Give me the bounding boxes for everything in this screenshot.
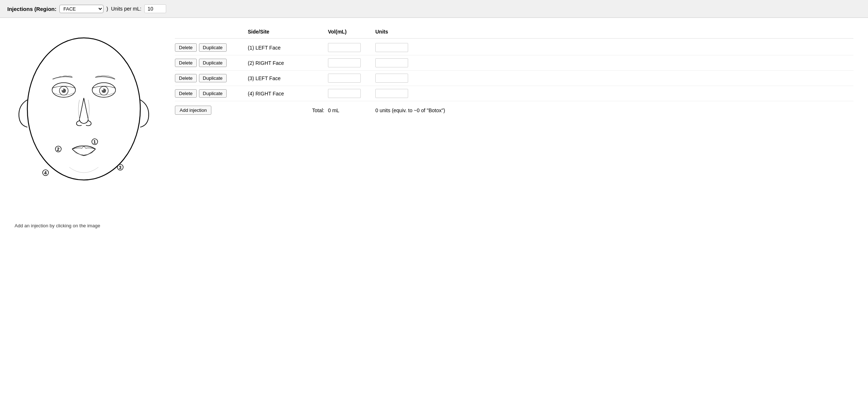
delete-button-2[interactable]: Delete (175, 59, 197, 67)
add-injection-button[interactable]: Add injection (175, 106, 211, 115)
vol-input-1[interactable] (328, 43, 361, 52)
face-svg[interactable]: 1 2 3 4 (15, 29, 153, 218)
table-row: Delete Duplicate (3) LEFT Face (175, 71, 853, 86)
units-input-1[interactable] (375, 43, 408, 52)
region-select[interactable]: FACE NECK FOREHEAD OTHER (59, 5, 103, 13)
add-injection-cell: Add injection (175, 106, 248, 115)
vol-input-4[interactable] (328, 89, 361, 98)
duplicate-button-4[interactable]: Duplicate (199, 89, 227, 98)
row-3-actions: Delete Duplicate (175, 74, 248, 82)
site-label-4: (4) RIGHT Face (248, 91, 328, 97)
total-units: 0 units (equiv. to ~0 of "Botox") (375, 107, 853, 113)
svg-text:3: 3 (119, 165, 121, 170)
vol-input-3[interactable] (328, 74, 361, 83)
table-row: Delete Duplicate (2) RIGHT Face (175, 55, 853, 71)
row-2-actions: Delete Duplicate (175, 59, 248, 67)
units-per-ml-input[interactable] (144, 4, 166, 13)
units-cell-4 (375, 89, 423, 98)
svg-text:1: 1 (93, 139, 96, 145)
svg-point-4 (62, 89, 63, 90)
duplicate-button-2[interactable]: Duplicate (199, 59, 227, 67)
col-units: Units (375, 29, 423, 35)
delete-button-4[interactable]: Delete (175, 89, 197, 98)
col-side-site: Side/Site (248, 29, 328, 35)
duplicate-button-3[interactable]: Duplicate (199, 74, 227, 82)
face-hint: Add an injection by clicking on the imag… (15, 223, 153, 228)
table-header: Side/Site Vol(mL) Units (175, 29, 853, 39)
svg-text:4: 4 (44, 170, 47, 176)
units-input-3[interactable] (375, 74, 408, 83)
row-1-actions: Delete Duplicate (175, 43, 248, 52)
site-label-2: (2) RIGHT Face (248, 60, 328, 66)
total-vol: 0 mL (328, 107, 375, 113)
table-row: Delete Duplicate (4) RIGHT Face (175, 86, 853, 101)
svg-point-8 (102, 89, 103, 90)
units-input-2[interactable] (375, 58, 408, 67)
add-injection-row: Add injection Total: 0 mL 0 units (equiv… (175, 101, 853, 119)
svg-text:2: 2 (57, 146, 59, 152)
delete-button-3[interactable]: Delete (175, 74, 197, 82)
row-4-actions: Delete Duplicate (175, 89, 248, 98)
units-cell-1 (375, 43, 423, 52)
face-diagram[interactable]: 1 2 3 4 Add an injection by clicking on … (15, 29, 153, 228)
injection-table: Side/Site Vol(mL) Units Delete Duplicate… (175, 29, 853, 119)
units-input-4[interactable] (375, 89, 408, 98)
units-cell-2 (375, 58, 423, 67)
vol-cell-4 (328, 89, 375, 98)
close-paren: ) (106, 6, 108, 12)
col-vol: Vol(mL) (328, 29, 375, 35)
col-actions (175, 29, 248, 35)
vol-cell-1 (328, 43, 375, 52)
duplicate-button-1[interactable]: Duplicate (199, 43, 227, 52)
units-per-ml-label: Units per mL: (111, 6, 141, 12)
header-bar: Injections (Region: FACE NECK FOREHEAD O… (0, 0, 868, 18)
total-label: Total: (248, 107, 328, 113)
injections-label: Injections (Region: (7, 6, 56, 12)
svg-point-0 (27, 38, 140, 180)
main-content: 1 2 3 4 Add an injection by clicking on … (0, 18, 868, 239)
vol-input-2[interactable] (328, 58, 361, 67)
units-cell-3 (375, 74, 423, 83)
vol-cell-3 (328, 74, 375, 83)
vol-cell-2 (328, 58, 375, 67)
delete-button-1[interactable]: Delete (175, 43, 197, 52)
site-label-1: (1) LEFT Face (248, 45, 328, 51)
table-row: Delete Duplicate (1) LEFT Face (175, 40, 853, 55)
site-label-3: (3) LEFT Face (248, 75, 328, 81)
